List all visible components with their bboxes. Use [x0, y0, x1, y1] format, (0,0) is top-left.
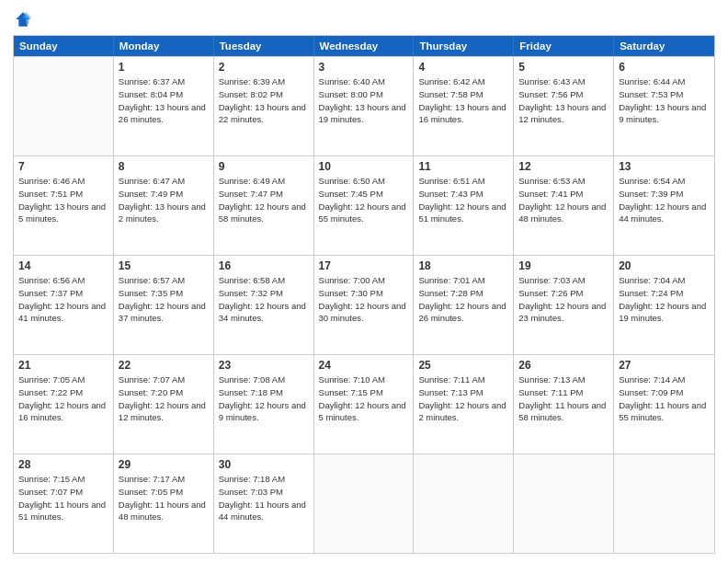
logo-icon	[13, 9, 33, 29]
day-number: 10	[319, 160, 409, 173]
daylight-text: Daylight: 12 hours and 41 minutes.	[18, 301, 106, 324]
sunrise-text: Sunrise: 6:40 AM	[319, 76, 385, 86]
day-number: 26	[518, 359, 609, 372]
sunrise-text: Sunrise: 7:15 AM	[18, 474, 85, 484]
sunrise-text: Sunrise: 6:53 AM	[518, 176, 585, 186]
day-info: Sunrise: 7:00 AMSunset: 7:30 PMDaylight:…	[319, 274, 409, 325]
header	[13, 9, 715, 29]
daylight-text: Daylight: 12 hours and 16 minutes.	[18, 400, 106, 423]
day-info: Sunrise: 6:50 AMSunset: 7:45 PMDaylight:…	[319, 175, 409, 225]
cal-day-1: 1Sunrise: 6:37 AMSunset: 8:04 PMDaylight…	[114, 57, 214, 155]
sunrise-text: Sunrise: 6:42 AM	[418, 76, 484, 86]
cal-week-3: 21Sunrise: 7:05 AMSunset: 7:22 PMDayligh…	[14, 354, 714, 454]
cal-day-17: 17Sunrise: 7:00 AMSunset: 7:30 PMDayligh…	[314, 256, 415, 354]
sunrise-text: Sunrise: 7:05 AM	[18, 374, 85, 385]
sunset-text: Sunset: 7:07 PM	[18, 487, 83, 497]
day-number: 8	[119, 160, 209, 173]
sunset-text: Sunset: 7:13 PM	[418, 387, 483, 397]
daylight-text: Daylight: 12 hours and 58 minutes.	[219, 201, 306, 224]
daylight-text: Daylight: 12 hours and 30 minutes.	[319, 301, 406, 324]
cal-header-wednesday: Wednesday	[314, 36, 415, 56]
sunrise-text: Sunrise: 6:46 AM	[18, 176, 85, 186]
cal-day-12: 12Sunrise: 6:53 AMSunset: 7:41 PMDayligh…	[514, 156, 614, 255]
sunset-text: Sunset: 7:35 PM	[119, 288, 183, 298]
day-info: Sunrise: 7:17 AMSunset: 7:05 PMDaylight:…	[119, 473, 209, 523]
day-number: 12	[518, 160, 609, 173]
day-number: 20	[619, 259, 710, 272]
cal-day-7: 7Sunrise: 6:46 AMSunset: 7:51 PMDaylight…	[14, 156, 114, 255]
day-info: Sunrise: 6:58 AMSunset: 7:32 PMDaylight:…	[219, 274, 309, 325]
sunrise-text: Sunrise: 7:08 AM	[219, 374, 285, 385]
cal-day-29: 29Sunrise: 7:17 AMSunset: 7:05 PMDayligh…	[114, 454, 214, 553]
day-info: Sunrise: 6:51 AMSunset: 7:43 PMDaylight:…	[418, 175, 508, 225]
calendar-header-row: SundayMondayTuesdayWednesdayThursdayFrid…	[14, 36, 714, 56]
sunrise-text: Sunrise: 7:18 AM	[219, 474, 285, 484]
daylight-text: Daylight: 12 hours and 37 minutes.	[119, 301, 206, 324]
day-info: Sunrise: 7:04 AMSunset: 7:24 PMDaylight:…	[619, 274, 710, 325]
day-number: 7	[18, 160, 108, 173]
day-info: Sunrise: 6:42 AMSunset: 7:58 PMDaylight:…	[418, 75, 508, 126]
sunrise-text: Sunrise: 7:13 AM	[518, 374, 585, 385]
cal-day-23: 23Sunrise: 7:08 AMSunset: 7:18 PMDayligh…	[214, 355, 314, 454]
daylight-text: Daylight: 12 hours and 26 minutes.	[418, 301, 506, 324]
day-number: 11	[418, 160, 508, 173]
day-number: 22	[119, 359, 209, 372]
sunset-text: Sunset: 7:03 PM	[219, 487, 283, 497]
daylight-text: Daylight: 12 hours and 48 minutes.	[518, 201, 606, 224]
day-number: 19	[518, 259, 609, 272]
daylight-text: Daylight: 12 hours and 5 minutes.	[319, 400, 406, 423]
logo	[13, 9, 37, 29]
sunrise-text: Sunrise: 7:10 AM	[319, 374, 385, 385]
day-info: Sunrise: 7:07 AMSunset: 7:20 PMDaylight:…	[119, 373, 209, 424]
day-number: 21	[18, 359, 108, 372]
cal-day-30: 30Sunrise: 7:18 AMSunset: 7:03 PMDayligh…	[214, 454, 314, 553]
cal-day-9: 9Sunrise: 6:49 AMSunset: 7:47 PMDaylight…	[214, 156, 314, 255]
sunset-text: Sunset: 7:05 PM	[119, 487, 183, 497]
calendar-body: 1Sunrise: 6:37 AMSunset: 8:04 PMDaylight…	[14, 56, 714, 553]
daylight-text: Daylight: 13 hours and 22 minutes.	[219, 102, 306, 125]
sunrise-text: Sunrise: 6:56 AM	[18, 275, 85, 285]
cal-empty-cell	[514, 454, 614, 553]
sunrise-text: Sunrise: 6:50 AM	[319, 176, 385, 186]
daylight-text: Daylight: 12 hours and 23 minutes.	[518, 301, 606, 324]
day-info: Sunrise: 7:01 AMSunset: 7:28 PMDaylight:…	[418, 274, 508, 325]
day-number: 16	[219, 259, 309, 272]
cal-day-18: 18Sunrise: 7:01 AMSunset: 7:28 PMDayligh…	[414, 256, 514, 354]
day-info: Sunrise: 6:44 AMSunset: 7:53 PMDaylight:…	[619, 75, 710, 126]
daylight-text: Daylight: 13 hours and 16 minutes.	[418, 102, 506, 125]
day-number: 24	[319, 359, 409, 372]
day-info: Sunrise: 7:13 AMSunset: 7:11 PMDaylight:…	[518, 373, 609, 424]
sunset-text: Sunset: 7:49 PM	[119, 189, 183, 199]
day-number: 4	[418, 61, 508, 74]
sunrise-text: Sunrise: 6:51 AM	[418, 176, 484, 186]
sunset-text: Sunset: 7:20 PM	[119, 387, 183, 397]
cal-day-27: 27Sunrise: 7:14 AMSunset: 7:09 PMDayligh…	[614, 355, 714, 454]
cal-day-3: 3Sunrise: 6:40 AMSunset: 8:00 PMDaylight…	[314, 57, 415, 155]
cal-empty-cell	[414, 454, 514, 553]
daylight-text: Daylight: 12 hours and 19 minutes.	[619, 301, 706, 324]
sunset-text: Sunset: 7:41 PM	[518, 189, 583, 199]
sunrise-text: Sunrise: 7:07 AM	[119, 374, 185, 385]
day-number: 14	[18, 259, 108, 272]
sunset-text: Sunset: 7:56 PM	[518, 89, 583, 99]
day-info: Sunrise: 7:15 AMSunset: 7:07 PMDaylight:…	[18, 473, 108, 523]
sunset-text: Sunset: 7:15 PM	[319, 387, 383, 397]
day-number: 9	[219, 160, 309, 173]
daylight-text: Daylight: 12 hours and 34 minutes.	[219, 301, 306, 324]
sunset-text: Sunset: 8:00 PM	[319, 89, 383, 99]
cal-empty-cell	[614, 454, 714, 553]
day-number: 17	[319, 259, 409, 272]
cal-header-thursday: Thursday	[414, 36, 514, 56]
sunrise-text: Sunrise: 6:54 AM	[619, 176, 685, 186]
sunrise-text: Sunrise: 6:37 AM	[119, 76, 185, 86]
sunrise-text: Sunrise: 6:43 AM	[518, 76, 585, 86]
cal-day-16: 16Sunrise: 6:58 AMSunset: 7:32 PMDayligh…	[214, 256, 314, 354]
sunset-text: Sunset: 7:32 PM	[219, 288, 283, 298]
daylight-text: Daylight: 12 hours and 2 minutes.	[418, 400, 506, 423]
sunset-text: Sunset: 7:09 PM	[619, 387, 683, 397]
day-info: Sunrise: 7:11 AMSunset: 7:13 PMDaylight:…	[418, 373, 508, 424]
daylight-text: Daylight: 12 hours and 12 minutes.	[119, 400, 206, 423]
day-number: 1	[119, 61, 209, 74]
cal-week-1: 7Sunrise: 6:46 AMSunset: 7:51 PMDaylight…	[14, 155, 714, 255]
day-number: 30	[219, 458, 309, 471]
